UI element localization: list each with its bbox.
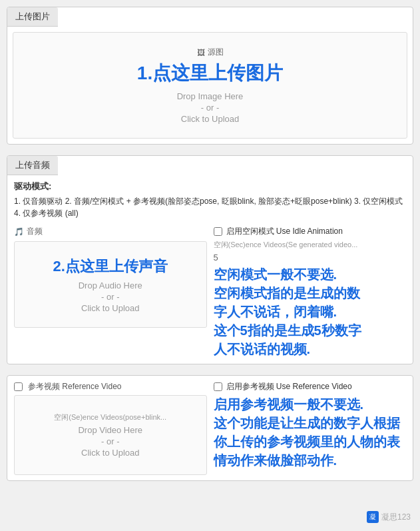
- drive-mode-desc: 1. 仅音频驱动 2. 音频/空闲模式 + 参考视频(脸部姿态pose, 眨眼b…: [14, 195, 406, 219]
- audio-icon: 🎵: [14, 227, 24, 237]
- watermark-icon: 凝: [367, 511, 379, 523]
- ref-space-label: 空闲(Se)ence Videos(pose+blink...: [54, 412, 166, 422]
- source-image-label: 🖼 源图: [197, 47, 224, 58]
- ref-video-checkbox-label: 启用参考视频 Use Reference Video: [226, 381, 352, 392]
- ref-video-col: 参考视频 Reference Video 空闲(Se)ence Videos(p…: [14, 381, 207, 475]
- drive-mode-label: 驱动模式:: [14, 181, 406, 193]
- ref-drop-zone[interactable]: 空闲(Se)ence Videos(pose+blink... Drop Vid…: [14, 395, 207, 475]
- audio-upload-col: 🎵 音频 2.点这里上传声音 Drop Audio Here - or - Cl…: [14, 226, 207, 358]
- audio-upload-card: 上传音频 驱动模式: 1. 仅音频驱动 2. 音频/空闲模式 + 参考视频(脸部…: [7, 155, 413, 364]
- idle-num: 5: [214, 253, 407, 263]
- idle-checkbox[interactable]: [214, 227, 222, 236]
- image-click-upload[interactable]: Click to Upload: [181, 114, 239, 124]
- image-upload-body: 🖼 源图 1.点这里上传图片 Drop Image Here - or - Cl…: [7, 27, 413, 144]
- audio-two-col: 🎵 音频 2.点这里上传声音 Drop Audio Here - or - Cl…: [14, 226, 406, 358]
- ref-video-card: 参考视频 Reference Video 空闲(Se)ence Videos(p…: [7, 375, 413, 481]
- watermark: 凝 凝思123: [367, 511, 411, 523]
- image-icon: 🖼: [197, 48, 205, 57]
- audio-drop-text: Drop Audio Here: [79, 280, 142, 290]
- image-drop-text: Drop Image Here: [177, 91, 244, 101]
- ref-video-label-checkbox[interactable]: [14, 382, 23, 391]
- image-upload-card: 上传图片 🖼 源图 1.点这里上传图片 Drop Image Here - or…: [7, 7, 413, 145]
- idle-description: 空闲模式一般不要选.空闲模式指的是生成的数字人不说话，闭着嘴.这个5指的是生成5…: [214, 265, 407, 358]
- audio-sub-label: 🎵 音频: [14, 226, 207, 237]
- ref-video-enable-checkbox[interactable]: [214, 382, 222, 391]
- idle-checkbox-row: 启用空闲模式 Use Idle Animation: [214, 226, 407, 237]
- image-upload-title[interactable]: 1.点这里上传图片: [137, 61, 283, 86]
- ref-click-upload[interactable]: Click to Upload: [81, 448, 139, 458]
- ref-or-text: - or -: [101, 436, 119, 446]
- ref-section-body: 参考视频 Reference Video 空闲(Se)ence Videos(p…: [7, 376, 413, 480]
- audio-or-text: - or -: [101, 292, 119, 302]
- image-or-text: - or -: [201, 103, 219, 113]
- idle-checkbox-label: 启用空闲模式 Use Idle Animation: [226, 226, 343, 237]
- audio-upload-tab[interactable]: 上传音频: [7, 156, 58, 175]
- watermark-text: 凝思123: [381, 512, 411, 523]
- audio-upload-title[interactable]: 2.点这里上传声音: [53, 257, 168, 276]
- ref-video-label: 参考视频 Reference Video: [14, 381, 207, 392]
- audio-click-upload[interactable]: Click to Upload: [81, 303, 139, 313]
- idle-animation-col: 启用空闲模式 Use Idle Animation 空闲(Sec)ence Vi…: [214, 226, 407, 358]
- ref-video-checkbox-row: 启用参考视频 Use Reference Video: [214, 381, 407, 392]
- audio-section-body: 驱动模式: 1. 仅音频驱动 2. 音频/空闲模式 + 参考视频(脸部姿态pos…: [7, 175, 413, 364]
- audio-drop-zone[interactable]: 2.点这里上传声音 Drop Audio Here - or - Click t…: [14, 241, 207, 328]
- idle-space-label: 空闲(Sec)ence Videos(Se generated video...: [214, 240, 407, 250]
- ref-two-col: 参考视频 Reference Video 空闲(Se)ence Videos(p…: [14, 381, 406, 475]
- ref-video-description: 启用参考视频一般不要选.这个功能是让生成的数字人根据你上传的参考视频里的人物的表…: [214, 395, 407, 470]
- image-drop-zone[interactable]: 🖼 源图 1.点这里上传图片 Drop Image Here - or - Cl…: [13, 32, 407, 139]
- ref-video-desc-col: 启用参考视频 Use Reference Video 启用参考视频一般不要选.这…: [214, 381, 407, 475]
- ref-drop-text: Drop Video Here: [78, 425, 142, 435]
- image-upload-tab[interactable]: 上传图片: [7, 7, 58, 27]
